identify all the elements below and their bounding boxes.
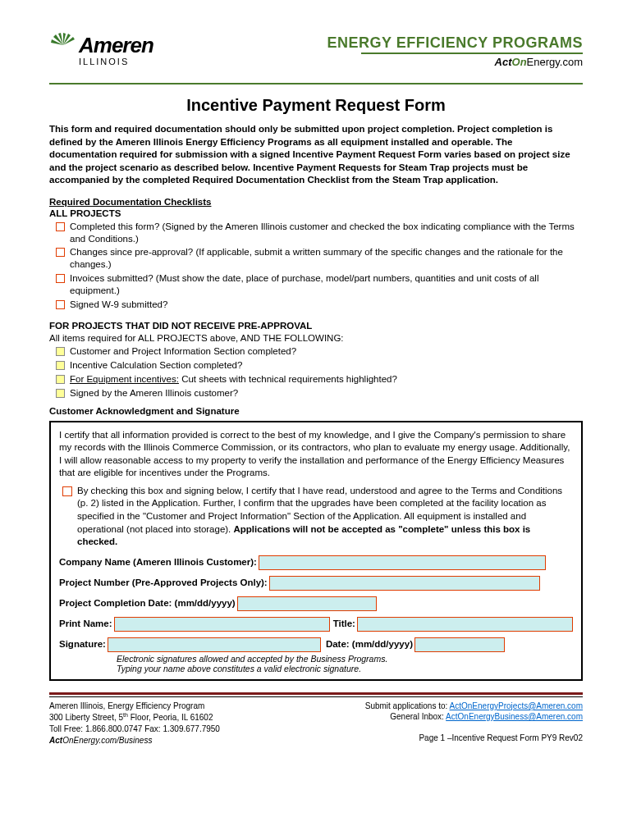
checklist-item: Customer and Project Information Section… xyxy=(49,345,583,358)
logo-name: Ameren xyxy=(79,33,153,58)
company-name-row: Company Name (Ameren Illinois Customer): xyxy=(59,555,573,570)
agree-checkbox[interactable] xyxy=(62,486,72,496)
print-name-input[interactable] xyxy=(114,617,330,632)
checkbox-icon[interactable] xyxy=(56,222,65,231)
checkbox-icon[interactable] xyxy=(56,248,65,257)
all-projects-heading: ALL PROJECTS xyxy=(49,208,583,218)
footer-divider-top xyxy=(49,692,583,695)
footer-left: Ameren Illinois, Energy Efficiency Progr… xyxy=(49,701,220,746)
date-label: Date: (mm/dd/yyyy) xyxy=(326,638,413,651)
program-url: ActOnEnergy.com xyxy=(327,56,583,68)
footer-right: Submit applications to: ActOnEnergyProje… xyxy=(365,701,583,746)
checkbox-icon[interactable] xyxy=(56,300,65,309)
no-preapproval-heading: FOR PROJECTS THAT DID NOT RECEIVE PRE-AP… xyxy=(49,321,583,331)
project-number-input[interactable] xyxy=(269,576,540,591)
intro-text: This form and required documentation sho… xyxy=(49,123,583,187)
general-email-link[interactable]: ActOnEnergyBusiness@Ameren.com xyxy=(446,712,583,721)
company-name-label: Company Name (Ameren Illinois Customer): xyxy=(59,556,257,569)
checklist-item: Incentive Calculation Section completed? xyxy=(49,359,583,372)
date-input[interactable] xyxy=(414,637,505,652)
page-title: Incentive Payment Request Form xyxy=(49,96,583,115)
checkbox-icon[interactable] xyxy=(56,389,65,398)
checklist-item: Changes since pre-approval? (If applicab… xyxy=(49,246,583,271)
logo-subtitle: ILLINOIS xyxy=(79,57,153,66)
footer-divider-bottom xyxy=(49,696,583,697)
signature-note-2: Typing your name above constitutes a val… xyxy=(117,664,573,674)
header-right: ENERGY EFFICIENCY PROGRAMS ActOnEnergy.c… xyxy=(327,34,583,68)
project-number-label: Project Number (Pre-Approved Projects On… xyxy=(59,577,268,590)
completion-date-row: Project Completion Date: (mm/dd/yyyy) xyxy=(59,596,573,611)
signature-row: Signature: Date: (mm/dd/yyyy) xyxy=(59,637,573,652)
page-footer: Ameren Illinois, Energy Efficiency Progr… xyxy=(49,701,583,746)
completion-date-label: Project Completion Date: (mm/dd/yyyy) xyxy=(59,597,236,610)
ack-paragraph-1: I certify that all information provided … xyxy=(59,429,573,480)
ameren-logo: Ameren ILLINOIS xyxy=(49,31,153,66)
ack-agree-row: By checking this box and signing below, … xyxy=(59,485,573,549)
submit-email-link[interactable]: ActOnEnergyProjects@Ameren.com xyxy=(450,701,583,710)
title-input[interactable] xyxy=(357,617,573,632)
acknowledgment-heading: Customer Acknowledgment and Signature xyxy=(49,406,583,416)
program-title: ENERGY EFFICIENCY PROGRAMS xyxy=(327,34,583,52)
checklist-item: Completed this form? (Signed by the Amer… xyxy=(49,221,583,245)
project-number-row: Project Number (Pre-Approved Projects On… xyxy=(59,576,573,591)
checkbox-icon[interactable] xyxy=(56,347,65,356)
completion-date-input[interactable] xyxy=(237,596,377,611)
checkbox-icon[interactable] xyxy=(56,375,65,384)
checklist-item: For Equipment incentives: Cut sheets wit… xyxy=(49,373,583,386)
signature-label: Signature: xyxy=(59,638,106,651)
checklist-item: Signed W-9 submitted? xyxy=(49,299,583,311)
checkbox-icon[interactable] xyxy=(56,361,65,370)
page-header: Ameren ILLINOIS ENERGY EFFICIENCY PROGRA… xyxy=(49,31,583,68)
acknowledgment-box: I certify that all information provided … xyxy=(49,421,583,681)
page-number: Page 1 –Incentive Request Form PY9 Rev02 xyxy=(365,733,583,744)
title-label: Title: xyxy=(333,618,355,631)
logo-burst-icon xyxy=(49,31,77,59)
print-name-row: Print Name: Title: xyxy=(59,617,573,632)
header-divider xyxy=(49,83,583,84)
ack-paragraph-2: By checking this box and signing below, … xyxy=(77,485,573,549)
company-name-input[interactable] xyxy=(259,555,546,570)
print-name-label: Print Name: xyxy=(59,618,112,631)
signature-note-1: Electronic signatures allowed and accept… xyxy=(117,654,573,664)
checklists-heading: Required Documentation Checklists xyxy=(49,197,583,207)
checkbox-icon[interactable] xyxy=(56,274,65,283)
no-preapproval-note: All items required for ALL PROJECTS abov… xyxy=(49,333,583,343)
signature-input[interactable] xyxy=(108,637,321,652)
checklist-item: Invoices submitted? (Must show the date,… xyxy=(49,272,583,297)
checklist-item: Signed by the Ameren Illinois customer? xyxy=(49,387,583,399)
